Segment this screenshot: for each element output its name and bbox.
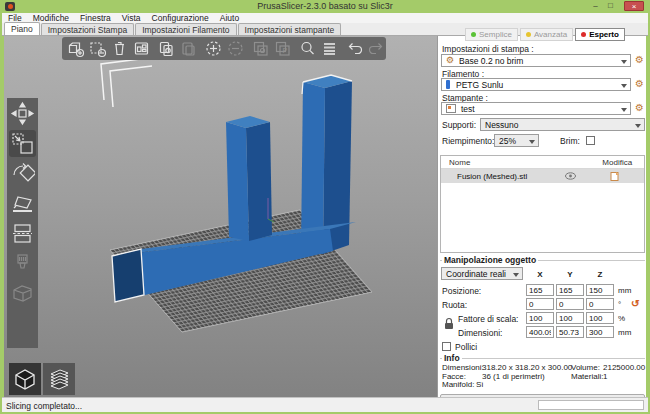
menu-configurazione[interactable]: Configurazione <box>152 13 209 23</box>
size-label: Dimensioni: <box>458 328 502 338</box>
remove-instance-button[interactable] <box>226 38 245 59</box>
paint-supports-gizmo-button[interactable] <box>9 250 36 277</box>
rotate-y-field[interactable] <box>556 298 584 310</box>
svg-text:P: P <box>283 47 288 54</box>
scale-gizmo-button[interactable] <box>9 130 36 157</box>
paste-button[interactable] <box>179 38 198 59</box>
reset-rotation-icon[interactable]: ↺ <box>631 298 639 309</box>
object-name: Fusion (Meshed).stl <box>457 172 565 181</box>
tab-impostazioni-stampante[interactable]: Impostazioni stampante <box>238 23 342 35</box>
scale-y-field[interactable] <box>556 312 584 324</box>
delete-all-button[interactable] <box>110 38 129 59</box>
info-fac-value: 36 (1 di perimetri) <box>482 372 545 381</box>
supports-value: Nessuno <box>485 120 519 130</box>
status-text: Slicing completato... <box>6 401 82 411</box>
edit-icon[interactable] <box>610 171 620 181</box>
scene-canvas <box>4 36 437 397</box>
object-list-header: Nome Modifica <box>441 156 644 169</box>
info-manifold-label: Manifold: <box>442 380 474 389</box>
position-x-field[interactable] <box>526 284 554 296</box>
tab-piano[interactable]: Piano <box>4 22 40 35</box>
add-object-button[interactable] <box>66 38 85 59</box>
menu-bar: File Modifiche Finestra Vista Configuraz… <box>2 13 648 23</box>
close-button[interactable]: × <box>624 1 644 11</box>
size-unit: mm <box>618 328 631 337</box>
status-bar: Slicing completato... <box>2 397 648 412</box>
bed-boundary-brackets <box>101 58 152 107</box>
axis-y-header: Y <box>556 270 584 279</box>
print-settings-combo[interactable]: ⚙ Base 0.2 no brim <box>441 54 631 67</box>
delete-object-button[interactable] <box>88 38 107 59</box>
place-on-face-gizmo-button[interactable] <box>9 190 36 217</box>
top-toolbar: P <box>62 37 386 60</box>
chevron-down-icon <box>529 140 535 144</box>
menu-aiuto[interactable]: Aiuto <box>220 13 239 23</box>
redo-button[interactable] <box>367 38 386 59</box>
chevron-down-icon <box>621 108 627 112</box>
object-list: Nome Modifica Fusion (Meshed).stl <box>440 155 645 253</box>
tab-impostazioni-filamento[interactable]: Impostazioni Filamento <box>135 23 236 35</box>
preview-view-button[interactable] <box>43 363 75 395</box>
info-vol-value: 2125000.00 <box>603 363 645 372</box>
coordinates-combo[interactable]: Coordinate reali <box>441 267 523 280</box>
split-to-parts-button[interactable]: P <box>273 38 292 59</box>
tab-impostazioni-stampa[interactable]: Impostazioni Stampa <box>41 23 134 35</box>
info-dim-value: 318.20 x 318.20 x 300.00 <box>482 363 572 372</box>
mode-esperto[interactable]: Esperto <box>575 28 625 41</box>
search-button[interactable] <box>298 38 317 59</box>
mode-switcher: Semplice Avanzata Esperto <box>465 28 625 41</box>
infill-combo[interactable]: 25% <box>494 134 539 147</box>
move-gizmo-button[interactable] <box>9 100 36 127</box>
print-settings-value: Base 0.2 no brim <box>459 56 523 66</box>
filament-icon <box>446 80 450 89</box>
add-instance-button[interactable] <box>204 38 223 59</box>
printer-combo[interactable]: test <box>441 102 631 115</box>
mode-avanzata[interactable]: Avanzata <box>520 28 573 41</box>
chevron-down-icon <box>621 60 627 64</box>
rotate-x-field[interactable] <box>526 298 554 310</box>
supports-combo[interactable]: Nessuno <box>480 118 645 131</box>
variable-layer-height-button[interactable] <box>320 38 339 59</box>
filament-gear-button[interactable]: ⚙ <box>633 78 646 91</box>
rotate-unit: ° <box>618 300 621 309</box>
seam-gizmo-button[interactable] <box>9 280 36 307</box>
printer-gear-button[interactable]: ⚙ <box>633 102 646 115</box>
brim-checkbox[interactable] <box>586 136 595 145</box>
size-x-field[interactable] <box>526 326 554 338</box>
chevron-down-icon <box>635 124 641 128</box>
arrange-button[interactable] <box>132 38 151 59</box>
menu-finestra[interactable]: Finestra <box>80 13 111 23</box>
inches-label: Pollici <box>455 342 477 352</box>
mode-semplice-label: Semplice <box>479 30 512 39</box>
size-z-field[interactable] <box>586 326 614 338</box>
copy-button[interactable] <box>157 38 176 59</box>
viewport-3d[interactable]: P <box>4 36 437 397</box>
mode-esperto-label: Esperto <box>589 30 619 39</box>
info-groupline <box>440 358 645 359</box>
title-bar: PrusaSlicer-2.3.0 basato su Slic3r – □ × <box>0 0 650 13</box>
scale-x-field[interactable] <box>526 312 554 324</box>
size-y-field[interactable] <box>556 326 584 338</box>
undo-button[interactable] <box>345 38 364 59</box>
green-dot-icon <box>471 32 476 37</box>
position-z-field[interactable] <box>586 284 614 296</box>
minimize-button[interactable]: – <box>589 1 602 11</box>
print-settings-gear-button[interactable]: ⚙ <box>633 54 646 67</box>
maximize-button[interactable]: □ <box>604 1 617 11</box>
eye-icon[interactable] <box>565 172 576 180</box>
info-mat-value: 1 <box>603 372 607 381</box>
cut-gizmo-button[interactable] <box>9 220 36 247</box>
rotate-z-field[interactable] <box>586 298 614 310</box>
rotate-gizmo-button[interactable] <box>9 160 36 187</box>
position-y-field[interactable] <box>556 284 584 296</box>
editor-view-button[interactable] <box>9 363 41 395</box>
object-row[interactable]: Fusion (Meshed).stl <box>441 169 644 183</box>
mode-semplice[interactable]: Semplice <box>465 28 518 41</box>
view-toggles <box>9 363 75 395</box>
menu-vista[interactable]: Vista <box>122 13 141 23</box>
inches-checkbox[interactable] <box>442 342 451 351</box>
split-to-objects-button[interactable] <box>251 38 270 59</box>
lock-icon[interactable] <box>444 317 454 330</box>
scale-z-field[interactable] <box>586 312 614 324</box>
filament-combo[interactable]: PETG Sunlu <box>441 78 631 91</box>
